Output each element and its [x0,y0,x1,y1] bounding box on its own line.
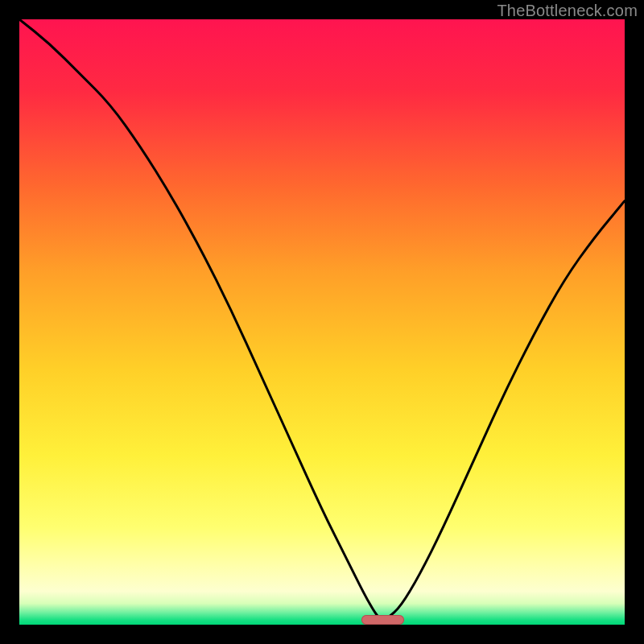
watermark-text: TheBottleneck.com [497,2,638,20]
plot-area [19,19,625,625]
optimal-marker [361,615,404,625]
chart-frame: TheBottleneck.com [0,0,644,644]
bottleneck-curve [19,19,625,625]
